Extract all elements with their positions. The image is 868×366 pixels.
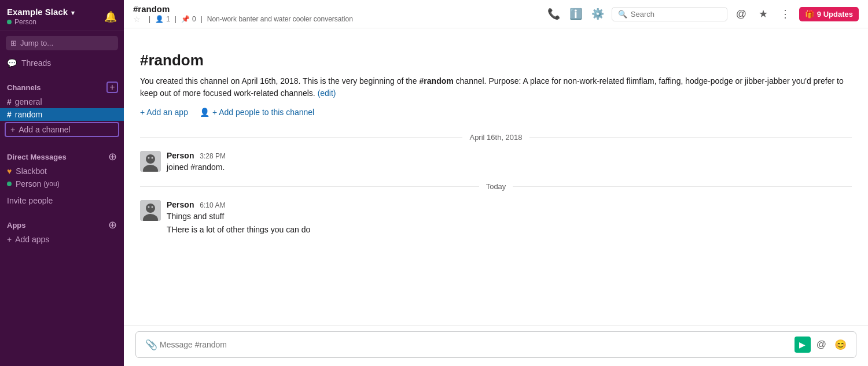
sidebar-item-random[interactable]: # random (0, 108, 124, 121)
svg-point-3 (148, 157, 150, 159)
dm-item-slackbot[interactable]: ♥ Slackbot (0, 165, 124, 178)
you-label: (you) (43, 180, 59, 188)
message-group-1: Person 3:28 PM joined #random. (124, 146, 868, 178)
main-area: #random ☆ | 👤 1 | 📌 0 | Non-work banter … (124, 0, 868, 366)
separator: | (149, 15, 150, 23)
jump-to-icon: ⊞ (10, 39, 17, 47)
pins-count: 📌 0 (181, 15, 196, 23)
message-input[interactable] (160, 340, 795, 349)
sidebar-item-threads[interactable]: 💬 Threads (0, 55, 124, 71)
channel-intro-description: You created this channel on April 16th, … (140, 75, 852, 99)
add-people-icon: 👤 (200, 108, 209, 117)
separator2: | (175, 15, 176, 23)
topbar-left: #random ☆ | 👤 1 | 📌 0 | Non-work banter … (133, 4, 353, 24)
info-icon[interactable]: ℹ️ (568, 6, 584, 22)
svg-point-1 (146, 154, 155, 164)
add-apps-button[interactable]: + Add apps (0, 233, 124, 246)
message-author-1: Person (167, 151, 194, 160)
edit-link[interactable]: (edit) (318, 88, 336, 98)
members-count: 👤 1 (155, 15, 170, 23)
message-text-1: joined #random. (167, 161, 852, 173)
hash-icon: # (7, 110, 12, 119)
plus-icon: + (10, 125, 15, 134)
date-divider-1: April 16th, 2018 (124, 128, 868, 146)
message-input-box: 📎 ▶ @ 😊 (135, 331, 856, 358)
svg-point-6 (146, 204, 155, 213)
message-input-area: 📎 ▶ @ 😊 (124, 325, 868, 366)
person-dm-label: Person (16, 179, 41, 188)
settings-icon[interactable]: ⚙️ (590, 6, 606, 22)
search-input[interactable] (631, 10, 721, 19)
topbar-channel-name: #random (133, 4, 170, 14)
topbar: #random ☆ | 👤 1 | 📌 0 | Non-work banter … (124, 0, 868, 28)
separator3: | (201, 15, 203, 23)
message-text-2a: Things and stuff (167, 210, 852, 222)
dm-section-header: Direct Messages ⊕ (0, 150, 124, 165)
channel-meta: ☆ | 👤 1 | 📌 0 | Non-work banter and wate… (133, 14, 353, 24)
star-icon[interactable]: ☆ (133, 14, 141, 24)
emoji-icon[interactable]: 😊 (834, 339, 847, 351)
username-label: Person (14, 18, 36, 26)
apps-section: Apps ⊕ + Add apps (0, 209, 124, 248)
bookmark-icon[interactable]: ★ (755, 6, 771, 22)
plus-icon-apps: + (7, 235, 12, 244)
user-status-row: Person (7, 18, 75, 26)
workspace-dropdown-arrow: ▾ (71, 9, 75, 16)
channels-section-header: Channels + (0, 80, 124, 95)
add-people-button[interactable]: 👤 + Add people to this channel (200, 108, 314, 117)
invite-people-button[interactable]: Invite people (0, 193, 124, 209)
pin-icon: 📌 (181, 15, 190, 23)
add-channel-label: Add a channel (19, 125, 71, 134)
mention-icon[interactable]: @ (816, 339, 826, 350)
channel-name-random: random (15, 110, 42, 119)
send-button[interactable]: ▶ (795, 337, 811, 353)
message-group-2: Person 6:10 AM Things and stuff THere is… (124, 195, 868, 240)
channel-name-general: general (15, 97, 42, 106)
more-icon[interactable]: ⋮ (777, 6, 793, 22)
phone-icon[interactable]: 📞 (546, 6, 562, 22)
at-icon[interactable]: @ (733, 6, 749, 22)
sidebar: Example Slack ▾ Person 🔔 ⊞ Jump to... 💬 … (0, 0, 124, 366)
channels-section: Channels + # general # random + Add a ch… (0, 71, 124, 141)
threads-icon: 💬 (7, 58, 17, 68)
dm-item-person[interactable]: Person (you) (0, 178, 124, 190)
search-box[interactable]: 🔍 (612, 7, 727, 21)
heart-icon: ♥ (7, 167, 12, 176)
channel-name-bold: #random (420, 76, 454, 86)
message-time-2: 6:10 AM (200, 201, 225, 209)
sidebar-item-general[interactable]: # general (0, 95, 124, 108)
online-status-dot (7, 20, 12, 24)
dm-section-label: Direct Messages (7, 153, 67, 161)
message-time-1: 3:28 PM (200, 152, 226, 160)
svg-point-4 (152, 157, 153, 159)
attachment-icon[interactable]: 📎 (145, 339, 157, 351)
add-dm-button[interactable]: ⊕ (106, 151, 118, 162)
apps-label: Apps (7, 221, 26, 230)
add-channel-button[interactable]: + Add a channel (5, 122, 119, 137)
direct-messages-section: Direct Messages ⊕ ♥ Slackbot Person (you… (0, 141, 124, 193)
slackbot-label: Slackbot (16, 167, 47, 176)
svg-point-8 (148, 206, 150, 208)
input-right-icons: ▶ @ 😊 (795, 337, 849, 353)
workspace-name[interactable]: Example Slack ▾ (7, 7, 75, 17)
sidebar-header: Example Slack ▾ Person 🔔 (0, 0, 124, 31)
add-channel-section-button[interactable]: + (106, 82, 118, 93)
jump-to-button[interactable]: ⊞ Jump to... (6, 36, 118, 50)
updates-button[interactable]: 🎁 9 Updates (799, 7, 859, 21)
send-icon: ▶ (799, 340, 806, 349)
bell-icon[interactable]: 🔔 (104, 10, 117, 23)
add-app-button[interactable]: + Add an app (140, 108, 188, 117)
hash-icon: # (7, 97, 12, 106)
gift-icon: 🎁 (805, 10, 814, 19)
apps-section-header: Apps ⊕ (0, 218, 124, 233)
add-app-section-button[interactable]: ⊕ (106, 219, 118, 231)
add-apps-label: Add apps (15, 235, 49, 244)
channels-label: Channels (7, 83, 41, 92)
message-author-2: Person (167, 200, 194, 209)
topbar-right: 📞 ℹ️ ⚙️ 🔍 @ ★ ⋮ 🎁 9 Updates (546, 6, 859, 22)
svg-point-9 (152, 206, 153, 208)
channel-actions: + Add an app 👤 + Add people to this chan… (140, 108, 852, 117)
search-icon: 🔍 (618, 10, 627, 19)
date-divider-2: Today (124, 178, 868, 195)
message-content-2: Person 6:10 AM Things and stuff THere is… (167, 200, 852, 235)
